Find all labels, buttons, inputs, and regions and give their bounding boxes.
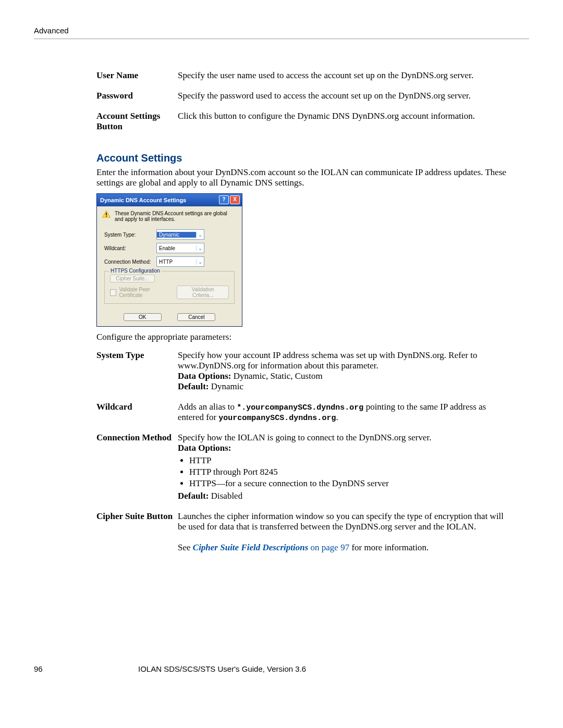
term-account-settings-button: Account Settings Button [96, 108, 178, 139]
list-item: HTTP through Port 8245 [189, 467, 505, 477]
validate-peer-certificate-checkbox[interactable] [110, 289, 116, 296]
dialog-title: Dynamic DNS Account Settings [100, 197, 186, 203]
footer-text: IOLAN SDS/SCS/STS User's Guide, Version … [138, 664, 306, 673]
fieldset-https-configuration: HTTPS Configuration Cipher Suite... Vali… [104, 271, 235, 304]
list-item: HTTPS—for a secure connection to the Dyn… [189, 478, 505, 489]
dialog-dynamic-dns-account-settings: Dynamic DNS Account Settings ? X These D… [96, 193, 242, 327]
desc-password: Specify the password used to access the … [178, 88, 508, 108]
dialog-titlebar: Dynamic DNS Account Settings ? X [97, 194, 242, 206]
definitions-top: User Name Specify the user name used to … [96, 68, 508, 139]
desc-username: Specify the user name used to access the… [178, 68, 508, 88]
definitions-params: System Type Specify how your account IP … [96, 348, 508, 560]
page-footer: 96 IOLAN SDS/SCS/STS User's Guide, Versi… [34, 664, 529, 673]
combo-wildcard[interactable]: Enable ⌄ [156, 243, 204, 253]
desc-wildcard: Adds an alias to *.yourcompanySCS.dyndns… [178, 399, 508, 430]
ok-button[interactable]: OK [124, 313, 162, 321]
header-section: Advanced [34, 26, 69, 35]
warning-icon [102, 211, 111, 218]
help-button[interactable]: ? [219, 195, 229, 204]
page-number: 96 [34, 664, 138, 673]
close-button[interactable]: X [230, 195, 240, 204]
term-cipher-suite-button: Cipher Suite Button [96, 509, 178, 560]
desc-connection-method: Specify how the IOLAN is going to connec… [178, 430, 508, 509]
label-connection-method: Connection Method: [104, 259, 156, 265]
cipher-suite-button[interactable]: Cipher Suite... [110, 275, 155, 282]
combo-system-type[interactable]: Dynamic ⌄ [156, 229, 204, 240]
label-system-type: System Type: [104, 232, 156, 238]
combo-connection-method[interactable]: HTTP ⌄ [156, 256, 204, 267]
combo-connection-method-value: HTTP [157, 259, 196, 265]
section-intro: Enter the information about your DynDNS.… [96, 167, 508, 188]
combo-system-type-value: Dynamic [157, 232, 196, 238]
fieldset-legend: HTTPS Configuration [109, 268, 162, 274]
desc-account-settings-button: Click this button to configure the Dynam… [178, 108, 508, 139]
svg-rect-2 [106, 216, 107, 217]
term-connection-method: Connection Method [96, 430, 178, 509]
term-username: User Name [96, 68, 178, 88]
desc-system-type: Specify how your account IP address sche… [178, 348, 508, 399]
term-wildcard: Wildcard [96, 399, 178, 430]
combo-wildcard-value: Enable [157, 245, 196, 251]
link-cipher-suite-field-descriptions[interactable]: Cipher Suite Field Descriptions [193, 542, 309, 552]
configure-line: Configure the appropriate parameters: [96, 332, 508, 342]
validate-peer-certificate-label: Validate Peer Certificate [119, 287, 172, 298]
chevron-down-icon: ⌄ [196, 259, 204, 265]
term-system-type: System Type [96, 348, 178, 399]
validation-criteria-button[interactable]: Validation Criteria... [177, 286, 229, 299]
label-wildcard: Wildcard: [104, 245, 156, 251]
desc-cipher-suite-button: Launches the cipher information window s… [178, 509, 508, 560]
chevron-down-icon: ⌄ [196, 232, 204, 238]
chevron-down-icon: ⌄ [196, 245, 204, 251]
term-password: Password [96, 88, 178, 108]
cancel-button[interactable]: Cancel [177, 313, 215, 321]
list-item: HTTP [189, 455, 505, 466]
section-heading-account-settings: Account Settings [96, 152, 508, 164]
svg-rect-1 [106, 213, 107, 215]
dialog-warning-text: These Dynamic DNS Account settings are g… [115, 211, 237, 222]
